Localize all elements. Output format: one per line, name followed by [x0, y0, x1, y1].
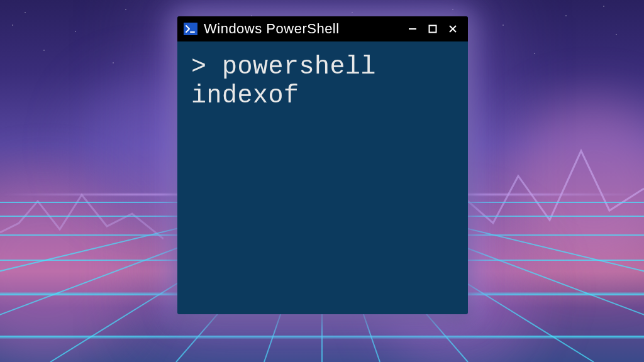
- window-controls: [404, 20, 462, 38]
- maximize-button[interactable]: [424, 20, 441, 38]
- terminal-body[interactable]: > powershell indexof: [177, 41, 468, 314]
- maximize-icon: [428, 25, 437, 33]
- close-button[interactable]: [444, 20, 462, 38]
- powershell-window: Windows PowerShell > powershell indexof: [177, 16, 468, 314]
- titlebar[interactable]: Windows PowerShell: [177, 16, 468, 41]
- prompt-symbol: >: [191, 53, 222, 81]
- close-icon: [448, 25, 457, 33]
- svg-rect-21: [430, 26, 436, 33]
- window-title: Windows PowerShell: [204, 21, 397, 37]
- powershell-icon: [184, 23, 197, 35]
- minimize-button[interactable]: [404, 20, 421, 38]
- minimize-icon: [408, 25, 417, 33]
